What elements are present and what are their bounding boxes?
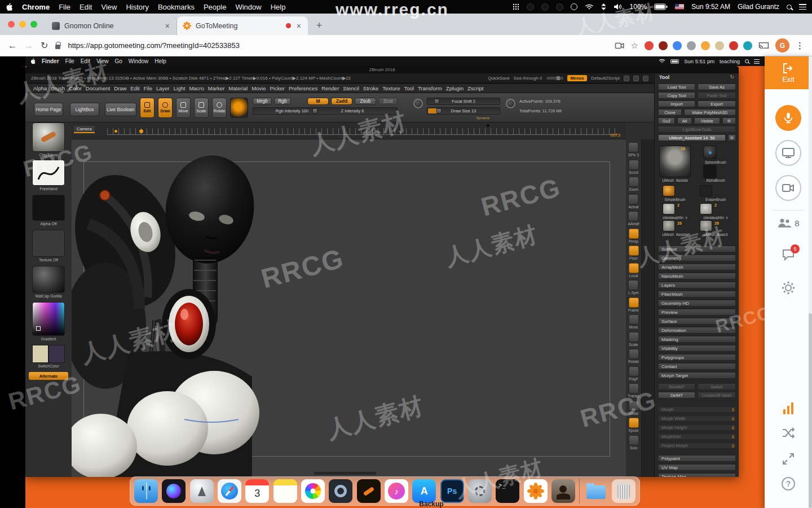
spotlight-search-icon[interactable] — [787, 5, 792, 10]
status-app-icon[interactable] — [556, 3, 563, 11]
zbrush-menu-item[interactable]: Edit — [130, 85, 139, 91]
camera-track-label[interactable]: Camera — [74, 126, 95, 133]
dock-icon-app-store[interactable]: A — [412, 479, 436, 503]
goz-r-button[interactable]: R — [722, 117, 736, 124]
dock-icon-notes[interactable] — [273, 479, 297, 503]
draw-mode-button[interactable]: Draw — [158, 98, 173, 118]
dock-icon-zbrush-sculpt[interactable] — [551, 479, 575, 503]
subpalette-header[interactable]: UV Map — [658, 464, 736, 471]
right-shelf-button[interactable]: PolyF — [629, 366, 639, 381]
menubar-menu-item[interactable]: View — [101, 3, 117, 11]
menubar-menu-item[interactable]: Edit — [80, 3, 92, 11]
zbrush-menu-item[interactable]: Stencil — [343, 85, 359, 91]
zbrush-menu-item[interactable]: Light — [174, 85, 186, 91]
apple-icon[interactable] — [6, 3, 13, 11]
menubar-menu-item[interactable]: People — [204, 3, 226, 11]
morph-slider[interactable]: Project Morph — [658, 443, 736, 449]
subpalette-header[interactable]: Geometry — [658, 255, 736, 261]
focal-shift-slider[interactable]: Focal Shift 2 — [427, 98, 500, 105]
remote-menu-item[interactable]: Go — [114, 58, 122, 64]
close-tab-icon[interactable]: × — [164, 21, 171, 30]
tab-gotomeeting[interactable]: GoToMeeting × — [177, 16, 308, 35]
subpalette-header[interactable]: Morph Target — [658, 372, 736, 379]
screen-share-button[interactable] — [775, 140, 801, 166]
zbrush-menu-item[interactable]: Zplugin — [446, 85, 464, 91]
wifi-icon[interactable] — [659, 59, 665, 64]
zbrush-menu-item[interactable]: Draw — [114, 85, 126, 91]
zbrush-menu-item[interactable]: Movie — [251, 85, 266, 91]
color-picker[interactable] — [32, 302, 65, 336]
dock-icon-itunes[interactable]: ♪ — [385, 479, 408, 503]
reload-button[interactable]: ↻ — [41, 41, 48, 50]
subpalette-header[interactable]: ArrayMesh — [658, 264, 736, 270]
subpalette-header[interactable]: Visibility — [658, 345, 736, 352]
zbrush-menu-item[interactable]: Transform — [418, 85, 442, 91]
dock-icon-zbrush[interactable] — [524, 479, 548, 503]
see-through-slider[interactable]: See-through 0 — [514, 76, 542, 81]
m-button[interactable]: M — [307, 98, 329, 105]
subpalette-header[interactable]: Geometry HD — [658, 300, 736, 306]
goz-button[interactable]: GoZ — [658, 117, 675, 124]
right-shelf-button[interactable]: Move — [629, 314, 639, 329]
current-tool-r-button[interactable]: R — [728, 134, 736, 141]
refresh-icon[interactable]: ↻ — [730, 74, 734, 80]
creatediff-mesh-button[interactable]: CreateDiff Mesh — [698, 392, 736, 398]
remote-menu-item[interactable]: File — [65, 58, 74, 64]
menubar-menu-item[interactable]: File — [59, 3, 70, 11]
remote-menu-item[interactable]: Window — [129, 58, 149, 64]
subpalette-header[interactable]: Masking — [658, 336, 736, 343]
alternate-button[interactable]: Alternate — [29, 372, 68, 380]
right-shelf-button[interactable]: SPix 3 — [628, 142, 639, 157]
focal-ring-icon[interactable] — [413, 99, 423, 108]
main-color-swatch[interactable] — [32, 345, 48, 363]
menubar-app-name[interactable]: Chrome — [22, 3, 50, 11]
tab-gnomon-online[interactable]: Gnomon Online × — [46, 16, 177, 35]
extension-icon[interactable] — [701, 41, 710, 50]
subpalette-header[interactable]: Texture Map — [658, 473, 736, 477]
right-shelf-button[interactable]: Frame — [628, 297, 639, 312]
alpha-selector[interactable] — [32, 195, 65, 221]
zbrush-menu-item[interactable]: Material — [228, 85, 248, 91]
zbrush-menu-item[interactable]: Zscript — [467, 85, 484, 91]
dock-icon-system-preferences[interactable] — [468, 479, 492, 503]
updown-arrows-icon[interactable] — [601, 3, 606, 10]
dock-icon-calendar[interactable]: 3 — [245, 479, 269, 503]
spotlight-search-icon[interactable] — [745, 59, 749, 63]
subpalette-header[interactable]: Contact — [658, 363, 736, 370]
timeline-cursor-dot[interactable] — [487, 124, 489, 127]
extension-icon[interactable] — [659, 41, 668, 50]
close-tab-icon[interactable]: × — [295, 21, 302, 30]
material-selector[interactable] — [32, 266, 65, 293]
menubar-menu-item[interactable]: Window — [235, 3, 261, 11]
zbrush-menu-item[interactable]: File — [144, 85, 152, 91]
connection-stats-button[interactable] — [765, 402, 812, 414]
import-button[interactable]: Import — [658, 100, 695, 107]
quicksave-button[interactable]: QuickSave — [488, 76, 510, 81]
morph-slider[interactable]: Morph Height — [658, 424, 736, 431]
right-shelf-button[interactable]: Zoom — [629, 177, 639, 191]
remote-clock[interactable]: Sun 5:51 pm — [684, 58, 714, 64]
right-shelf-button[interactable]: AAHalf — [628, 211, 639, 226]
current-tool-slider[interactable]: UMesh_Assistant 14. 50 — [658, 134, 726, 141]
zbrush-menu-item[interactable]: Render — [321, 85, 339, 91]
timeline-ruler[interactable] — [107, 128, 617, 135]
us-flag-icon[interactable] — [675, 4, 684, 10]
tray-divider[interactable] — [641, 139, 654, 477]
right-shelf-button[interactable]: Local — [629, 263, 639, 278]
home-page-button[interactable]: Home Page — [34, 103, 63, 116]
goz-all-button[interactable]: All — [677, 117, 692, 124]
dock-icon-photos[interactable] — [301, 479, 325, 503]
forward-button[interactable]: → — [24, 41, 33, 50]
battery-icon[interactable] — [654, 3, 668, 10]
copy-tool-button[interactable]: Copy Tool — [658, 92, 695, 99]
remote-menu-item[interactable]: Edit — [81, 58, 90, 64]
status-app-icon[interactable] — [541, 3, 549, 11]
simplebrush-thumbnail[interactable] — [663, 185, 675, 196]
zbrush-menu-item[interactable]: Texture — [382, 85, 400, 91]
right-shelf-button[interactable]: Scroll — [629, 160, 639, 174]
edit-mode-button[interactable]: Edit — [140, 98, 155, 118]
lock-icon[interactable] — [55, 45, 60, 49]
extension-icon[interactable] — [645, 41, 654, 50]
subpalette-header[interactable]: Polypaint — [658, 455, 736, 462]
slider-knob[interactable] — [436, 108, 442, 113]
